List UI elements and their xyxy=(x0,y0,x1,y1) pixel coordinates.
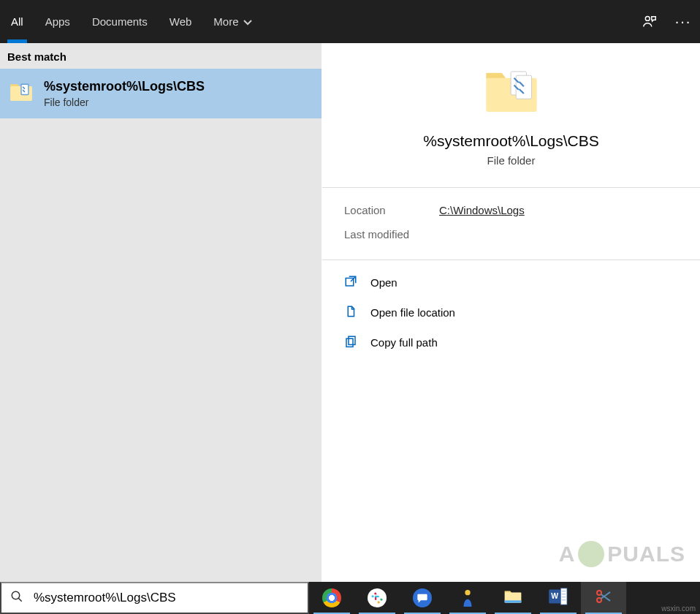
results-panel: Best match %systemroot%\Logs\CBS File fo… xyxy=(0,43,322,582)
action-open-file-location[interactable]: Open file location xyxy=(344,297,678,327)
file-location-icon xyxy=(344,305,357,320)
scissors-icon xyxy=(595,588,612,608)
svg-rect-2 xyxy=(21,84,28,94)
corner-label: wsxin.com xyxy=(661,604,696,613)
search-icon xyxy=(10,590,23,606)
open-icon xyxy=(344,275,357,290)
svg-rect-8 xyxy=(346,338,353,346)
search-query-text: %systemroot%\Logs\CBS xyxy=(34,591,299,605)
folder-icon xyxy=(9,81,34,106)
taskbar-app-file-explorer[interactable] xyxy=(490,582,536,614)
feedback-icon[interactable] xyxy=(633,5,666,39)
taskbar-app-snip[interactable] xyxy=(581,582,626,614)
search-filter-tabs: All Apps Documents Web More ··· xyxy=(0,0,700,43)
svg-rect-17 xyxy=(560,588,567,604)
location-link[interactable]: C:\Windows\Logs xyxy=(439,204,525,216)
svg-point-23 xyxy=(597,598,601,602)
result-subtitle: File folder xyxy=(44,96,205,108)
taskbar-app-generic[interactable] xyxy=(445,582,490,614)
chrome-icon xyxy=(322,588,341,607)
word-icon: W xyxy=(549,588,568,608)
person-icon xyxy=(458,588,477,607)
chat-icon xyxy=(413,588,432,607)
copy-icon xyxy=(344,335,357,350)
tab-more[interactable]: More xyxy=(202,0,262,43)
best-match-result[interactable]: %systemroot%\Logs\CBS File folder xyxy=(0,69,322,118)
action-open[interactable]: Open xyxy=(344,268,678,297)
svg-point-0 xyxy=(645,16,650,20)
preview-subtitle: File folder xyxy=(487,154,536,167)
svg-rect-11 xyxy=(375,596,379,597)
taskbar-app-chat[interactable] xyxy=(400,582,445,614)
watermark: A PUALS xyxy=(559,541,685,567)
more-options-icon[interactable]: ··· xyxy=(666,5,700,39)
svg-text:W: W xyxy=(551,592,558,600)
svg-point-9 xyxy=(12,591,20,599)
tab-all[interactable]: All xyxy=(0,0,34,43)
svg-point-12 xyxy=(465,590,470,595)
folder-icon xyxy=(482,65,541,118)
result-title: %systemroot%\Logs\CBS xyxy=(44,79,205,94)
slack-icon xyxy=(368,588,387,607)
location-label: Location xyxy=(344,204,439,216)
file-explorer-icon xyxy=(503,588,522,607)
tab-web[interactable]: Web xyxy=(159,0,203,43)
svg-rect-14 xyxy=(505,600,522,602)
svg-rect-7 xyxy=(349,336,355,344)
svg-rect-5 xyxy=(516,75,531,99)
metadata-block: Location C:\Windows\Logs Last modified xyxy=(322,188,700,259)
best-match-heading: Best match xyxy=(0,43,322,69)
preview-panel: %systemroot%\Logs\CBS File folder Locati… xyxy=(322,43,700,582)
svg-point-22 xyxy=(597,591,601,595)
last-modified-label: Last modified xyxy=(344,228,439,240)
actions-block: Open Open file location Copy full path xyxy=(322,260,700,365)
taskbar-app-slack[interactable] xyxy=(354,582,400,614)
taskbar: %systemroot%\Logs\CBS W xyxy=(0,582,700,614)
tab-apps[interactable]: Apps xyxy=(34,0,81,43)
taskbar-app-word[interactable]: W xyxy=(536,582,581,614)
action-copy-full-path[interactable]: Copy full path xyxy=(344,327,678,357)
preview-title: %systemroot%\Logs\CBS xyxy=(423,132,598,150)
search-box[interactable]: %systemroot%\Logs\CBS xyxy=(0,582,309,614)
taskbar-app-chrome[interactable] xyxy=(309,582,354,614)
watermark-icon xyxy=(578,541,604,567)
chevron-down-icon xyxy=(243,15,252,28)
tab-documents[interactable]: Documents xyxy=(81,0,159,43)
